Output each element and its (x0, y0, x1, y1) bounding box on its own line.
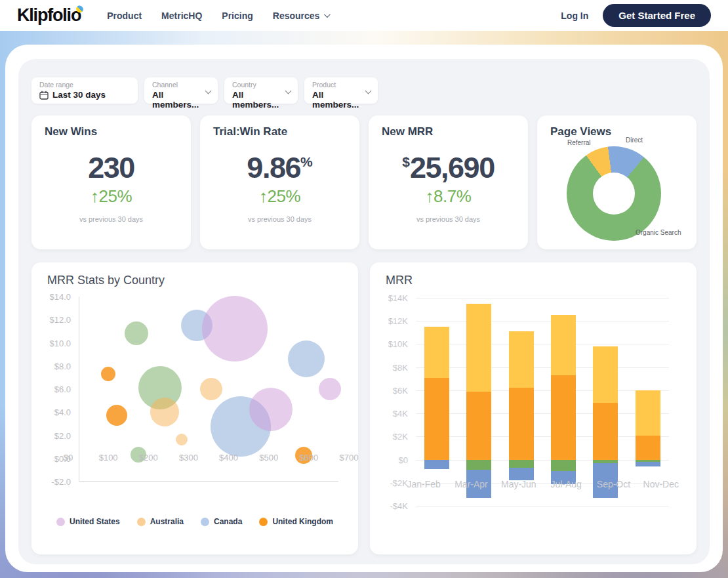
axis-tick-label: $12K (388, 316, 408, 326)
bubble (150, 398, 179, 426)
kpi-value: 230 (45, 153, 178, 182)
axis-tick-label: $4.0 (54, 407, 71, 417)
nav-product[interactable]: Product (107, 10, 142, 21)
bubble (101, 367, 115, 381)
donut-label-referral: Referral (567, 139, 591, 146)
axis-tick-label: Nov-Dec (637, 479, 685, 489)
nav-pricing[interactable]: Pricing (222, 10, 253, 21)
product-filter[interactable]: Product All members... (304, 77, 378, 104)
bar-segment (509, 331, 534, 388)
kpi-value: 9.86% (213, 153, 346, 182)
filter-label: Channel (152, 81, 211, 89)
kpi-card-new-mrr: New MRR $25,690 ↑8.7% vs previous 30 day… (369, 115, 528, 249)
bar-segment (509, 388, 534, 459)
page-views-card: Page Views Referral Direct Organic Searc… (537, 115, 697, 249)
chart-title: MRR Stats by Country (47, 274, 342, 287)
bar-segment (509, 460, 534, 468)
kpi-card-new-wins: New Wins 230 ↑25% vs previous 30 days (31, 115, 191, 249)
axis-tick-label: Sep-Oct (590, 479, 637, 489)
charts-row: MRR Stats by Country $14.0$12.0$10.0$8.0… (31, 262, 697, 554)
page-views-donut-chart (567, 146, 661, 241)
filter-value: All members... (232, 90, 291, 110)
filter-value: All members... (152, 90, 211, 110)
dashboard-frame: Date range Last 30 days Channel All memb… (5, 45, 723, 572)
axis-tick-label: $2.0 (54, 430, 71, 440)
bar-group (584, 298, 626, 506)
x-axis-labels: Jan-FebMar-AprMay-JunJul-AugSep-OctNov-D… (400, 479, 685, 489)
axis-tick-label: $0 (399, 455, 408, 464)
axis-tick-label: Mar-Apr (447, 479, 495, 489)
bar-group (542, 298, 584, 506)
kpi-title: New Wins (45, 125, 178, 138)
kpi-delta: ↑25% (45, 186, 178, 207)
axis-tick-label: $0 (64, 453, 73, 463)
donut-hole (593, 173, 635, 215)
y-axis-ticks: $14K$12K$10K$8K$6K$4K$2K$0-$2K-$4K (386, 298, 415, 506)
axis-tick-label: $4K (393, 409, 408, 419)
bar-segment (636, 390, 660, 436)
axis-tick-label: $14K (388, 293, 408, 303)
bar-segment (636, 462, 660, 466)
kpi-note: vs previous 30 days (45, 215, 178, 223)
nav-resources-label: Resources (273, 10, 320, 21)
legend-dot (201, 518, 209, 526)
klipfolio-logo[interactable]: Klipfolio (17, 5, 83, 26)
mrr-by-country-card: MRR Stats by Country $14.0$12.0$10.0$8.0… (31, 262, 358, 554)
bubble (106, 405, 127, 426)
axis-tick-label: Jan-Feb (400, 479, 447, 489)
kpi-delta: ↑8.7% (382, 186, 515, 207)
x-axis-ticks: $0$100$200$300$400$500$600$700 (63, 453, 354, 466)
axis-tick-label: $10K (388, 339, 408, 349)
kpi-row: New Wins 230 ↑25% vs previous 30 days Tr… (31, 115, 697, 249)
get-started-button[interactable]: Get Started Free (603, 4, 711, 27)
nav-right: Log In Get Started Free (561, 4, 711, 27)
login-link[interactable]: Log In (561, 10, 588, 21)
axis-tick-label: $600 (299, 453, 318, 463)
kpi-title: New MRR (382, 125, 515, 138)
legend-item: Australia (137, 517, 184, 526)
kpi-note: vs previous 30 days (382, 215, 515, 223)
bar-segment (466, 304, 491, 392)
axis-tick-label: Jul-Aug (542, 479, 590, 489)
logo-text: Klipfolio (17, 5, 81, 26)
bar-group (500, 298, 542, 506)
kpi-title: Trial:Win Rate (213, 125, 346, 138)
bar-segment (466, 392, 491, 460)
bubble (176, 434, 188, 445)
gridline (416, 506, 669, 506)
kpi-value: $25,690 (382, 153, 515, 182)
axis-tick-label: $300 (179, 453, 198, 463)
stacked-bar-chart: $14K$12K$10K$8K$6K$4K$2K$0-$2K-$4K (386, 298, 681, 506)
axis-tick-label: $6K (393, 385, 408, 395)
nav-resources[interactable]: Resources (273, 10, 329, 21)
bubble (125, 321, 148, 345)
kpi-card-trial-win-rate: Trial:Win Rate 9.86% ↑25% vs previous 30… (200, 115, 359, 249)
dashboard-panel: Date range Last 30 days Channel All memb… (18, 59, 710, 564)
axis-tick-label: $6.0 (54, 384, 71, 394)
bar-group (458, 298, 500, 506)
date-range-filter[interactable]: Date range Last 30 days (31, 77, 138, 104)
axis-tick-label: $12.0 (49, 315, 71, 325)
bubble (288, 341, 325, 377)
kpi-delta: ↑25% (213, 186, 346, 207)
bubble (249, 388, 293, 431)
axis-tick-label: $10.0 (49, 338, 71, 348)
legend-dot (56, 518, 65, 526)
bar-segment (636, 436, 660, 460)
filter-label: Country (232, 81, 291, 89)
axis-tick-label: -$4K (390, 501, 408, 511)
legend-item: United States (56, 517, 120, 526)
channel-filter[interactable]: Channel All members... (144, 77, 218, 104)
axis-tick-label: $2K (393, 432, 408, 442)
axis-tick-label: May-Jun (495, 479, 542, 489)
bar-segment (551, 460, 576, 472)
nav-metrichq[interactable]: MetricHQ (161, 10, 202, 21)
bar-group (627, 298, 669, 506)
axis-tick-label: $100 (99, 453, 118, 463)
filter-label: Date range (39, 81, 131, 89)
legend-dot (259, 518, 268, 526)
bar-segment (593, 403, 618, 459)
bubble (200, 378, 222, 400)
main-nav: Product MetricHQ Pricing Resources (107, 10, 329, 21)
country-filter[interactable]: Country All members... (224, 77, 298, 104)
